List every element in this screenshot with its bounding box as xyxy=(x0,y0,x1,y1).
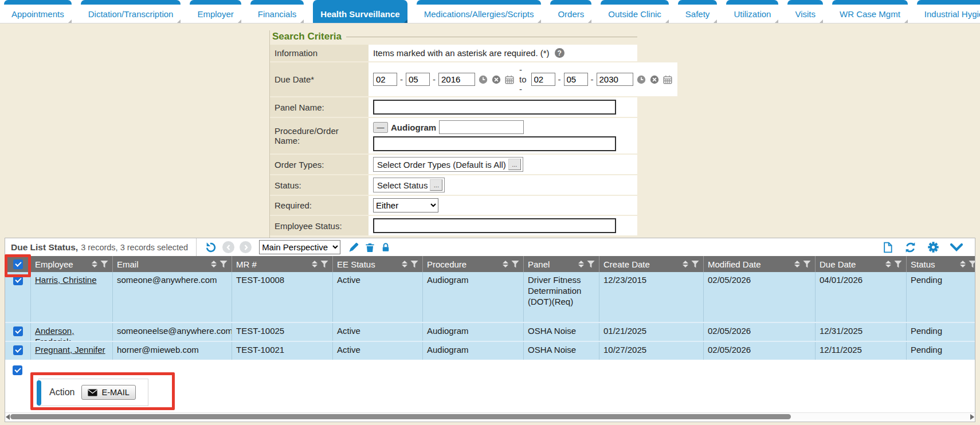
clear-date-icon[interactable] xyxy=(649,74,660,85)
col-header-due-date[interactable]: Due Date xyxy=(816,256,907,272)
sort-icon[interactable] xyxy=(312,261,317,267)
sort-icon[interactable] xyxy=(402,261,407,267)
select-all-checkbox[interactable] xyxy=(13,259,23,269)
procedure-name-input[interactable] xyxy=(373,136,616,151)
tab-safety[interactable]: Safety xyxy=(678,0,718,23)
lock-perspective-icon[interactable] xyxy=(381,242,391,253)
due-date-to-day-input[interactable] xyxy=(564,73,588,86)
tab-orders[interactable]: Orders xyxy=(550,0,591,23)
ee-status-cell: Active xyxy=(333,323,423,341)
filter-icon[interactable] xyxy=(511,261,519,268)
tab-utilization[interactable]: Utilization xyxy=(726,0,778,23)
edit-perspective-icon[interactable] xyxy=(348,242,359,253)
col-header-email[interactable]: Email xyxy=(113,256,232,272)
panel-name-input[interactable] xyxy=(373,100,616,115)
sort-icon[interactable] xyxy=(211,261,217,267)
due-date-from-day-input[interactable] xyxy=(406,73,430,86)
panel-cell: Driver Fitness Determination (DOT)(Req) xyxy=(524,272,599,322)
employee-link[interactable]: Harris, Christine xyxy=(35,275,97,285)
settings-gear-icon[interactable] xyxy=(927,241,939,253)
sort-icon[interactable] xyxy=(578,261,584,267)
perspective-select[interactable]: Main Perspective xyxy=(259,240,340,254)
tab-employer[interactable]: Employer xyxy=(190,0,241,23)
delete-perspective-icon[interactable] xyxy=(364,242,375,253)
filter-icon[interactable] xyxy=(219,261,228,268)
status-cell: Pending xyxy=(907,342,975,360)
remove-procedure-button[interactable]: — xyxy=(373,122,388,133)
tab-financials[interactable]: Financials xyxy=(250,0,304,23)
status-cell: Pending xyxy=(907,323,975,341)
filter-icon[interactable] xyxy=(587,261,595,268)
fieldset-line xyxy=(346,37,637,37)
due-date-to-month-input[interactable] xyxy=(531,73,555,86)
tab-medications-allergies-scripts[interactable]: Medications/Allergies/Scripts xyxy=(417,0,542,23)
tab-industrial-hygiene[interactable]: Industrial Hygiene xyxy=(917,0,980,23)
order-types-browse-button[interactable]: ... xyxy=(508,159,521,170)
employee-status-input[interactable] xyxy=(373,218,616,233)
col-header-procedure[interactable]: Procedure xyxy=(423,256,524,272)
due-date-to-year-input[interactable] xyxy=(597,73,633,86)
col-header-status[interactable]: Status xyxy=(907,256,975,272)
filter-icon[interactable] xyxy=(803,261,811,268)
filter-icon[interactable] xyxy=(100,261,108,268)
tab-dictation-transcription[interactable]: Dictation/Transcription xyxy=(81,0,181,23)
employee-link[interactable]: Pregnant, Jennifer xyxy=(35,345,105,355)
email-cell: someoneelse@anywhere.com xyxy=(113,323,232,341)
due-date-from-month-input[interactable] xyxy=(373,73,397,86)
search-criteria-panel: Search Criteria Information Items marked… xyxy=(269,30,637,253)
sort-icon[interactable] xyxy=(92,261,97,267)
footer-select-checkbox[interactable] xyxy=(13,365,22,375)
mr-cell: TEST-10021 xyxy=(232,342,333,360)
tab-visits[interactable]: Visits xyxy=(787,0,823,23)
status-browse-button[interactable]: ... xyxy=(430,179,442,191)
calendar-icon[interactable] xyxy=(663,74,673,85)
filter-icon[interactable] xyxy=(691,261,699,268)
col-header-panel[interactable]: Panel xyxy=(524,256,599,272)
clock-icon[interactable] xyxy=(478,74,488,85)
refresh-icon[interactable] xyxy=(904,241,917,254)
selected-procedure-name: Audiogram xyxy=(391,123,436,132)
col-header-mr[interactable]: MR # xyxy=(232,256,333,272)
col-header-modified-date[interactable]: Modified Date xyxy=(704,256,816,272)
tab-appointments[interactable]: Appointments xyxy=(4,0,72,23)
row-checkbox[interactable] xyxy=(13,326,23,336)
sort-icon[interactable] xyxy=(794,261,800,267)
tab-label: Financials xyxy=(258,9,297,19)
sort-icon[interactable] xyxy=(683,261,688,267)
scroll-right-arrow-icon[interactable] xyxy=(970,414,974,420)
tab-health-surveillance[interactable]: Health Surveillance xyxy=(313,0,407,23)
due-date-from-year-input[interactable] xyxy=(438,73,475,86)
clear-date-icon[interactable] xyxy=(491,74,501,85)
row-checkbox[interactable] xyxy=(13,276,23,285)
filter-icon[interactable] xyxy=(320,261,328,268)
required-select[interactable]: Either xyxy=(373,198,438,213)
scroll-left-arrow-icon[interactable] xyxy=(6,414,10,420)
sort-icon[interactable] xyxy=(503,261,508,267)
help-icon[interactable] xyxy=(555,48,565,58)
filter-icon[interactable] xyxy=(969,261,975,268)
calendar-icon[interactable] xyxy=(504,74,515,85)
history-forward-icon[interactable] xyxy=(240,241,252,253)
col-header-employee[interactable]: Employee xyxy=(31,256,113,272)
scrollbar-thumb[interactable] xyxy=(10,414,791,419)
filter-icon[interactable] xyxy=(410,261,418,268)
collapse-chevron-icon[interactable] xyxy=(950,242,963,253)
row-checkbox[interactable] xyxy=(13,345,23,355)
filter-icon[interactable] xyxy=(894,261,902,268)
clock-icon[interactable] xyxy=(636,74,646,85)
email-button[interactable]: E-MAIL xyxy=(81,385,135,400)
col-header-ee-status[interactable]: EE Status xyxy=(333,256,423,272)
history-back-icon[interactable] xyxy=(222,241,234,253)
col-header-create-date[interactable]: Create Date xyxy=(599,256,704,272)
due-date-cell: 04/01/2026 xyxy=(816,272,907,322)
reset-icon[interactable] xyxy=(205,241,217,254)
sort-icon[interactable] xyxy=(885,261,891,267)
procedure-chip-input[interactable] xyxy=(439,120,524,134)
tab-fold-icon xyxy=(300,19,304,23)
sort-icon[interactable] xyxy=(960,261,966,267)
new-document-icon[interactable] xyxy=(882,241,893,254)
tab-outside-clinic[interactable]: Outside Clinic xyxy=(601,0,669,23)
employee-link[interactable]: Anderson, Frederick xyxy=(35,326,74,341)
horizontal-scrollbar[interactable] xyxy=(5,412,975,420)
tab-wr-case-mgmt[interactable]: WR Case Mgmt xyxy=(832,0,908,23)
